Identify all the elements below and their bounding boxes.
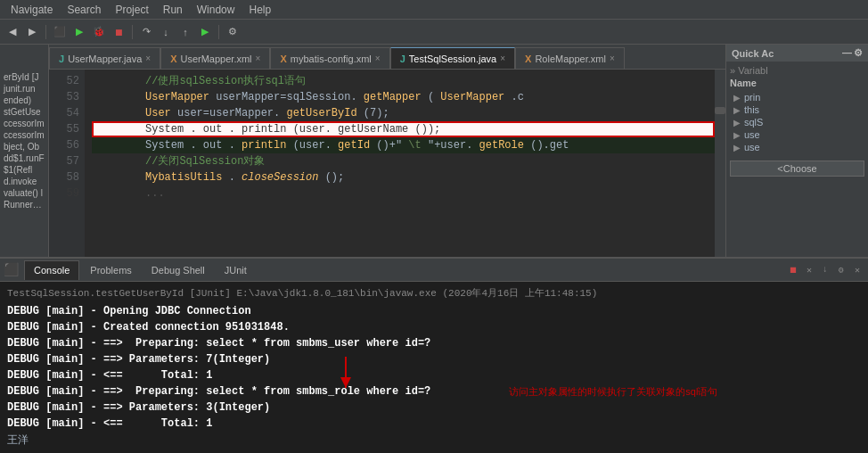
expand-arrow-icon: ▶ xyxy=(733,143,741,152)
toolbar: ◀ ▶ ⬛ ▶ 🐞 ⏹ ↷ ↓ ↑ ▶ ⚙ xyxy=(0,20,868,45)
code-line-58: MybatisUtils . closeSession (); xyxy=(92,169,715,185)
right-panel-header: Quick Ac — ⚙ xyxy=(726,45,868,62)
right-panel: Quick Ac — ⚙ » Variabl Name ▶ prin ▶ xyxy=(725,45,868,257)
console-line-7: DEBUG [main] - ==> Parameters: 3(Integer… xyxy=(7,399,861,416)
var-label: sqlS xyxy=(744,117,763,128)
tab-problems[interactable]: Problems xyxy=(81,260,140,280)
tab-usermapper-java[interactable]: J UserMapper.java × xyxy=(49,47,160,69)
main-content: erById [J junit.run ended) stGetUse cces… xyxy=(0,45,868,453)
stop-button[interactable]: ⏹ xyxy=(110,23,127,41)
console-line-3-wrapper: DEBUG [main] - ==> Preparing: select * f… xyxy=(7,335,861,351)
tab-usermapper-xml[interactable]: X UserMapper.xml × xyxy=(160,47,270,69)
resume-button[interactable]: ▶ xyxy=(196,23,214,41)
expand-arrow-icon: ▶ xyxy=(733,118,741,128)
sidebar-item[interactable]: ended) xyxy=(0,95,48,106)
right-panel-title: Quick Ac xyxy=(732,48,774,59)
sidebar-item[interactable]: $1(Refl xyxy=(0,164,48,176)
tab-mybatis-config[interactable]: X mybatis-config.xml × xyxy=(270,47,389,69)
code-line-53: UserMapper userMapper=sqlSession. getMap… xyxy=(92,89,715,105)
sidebar-item[interactable]: d.invoke xyxy=(0,176,48,187)
tab-debug-shell[interactable]: Debug Shell xyxy=(143,260,214,280)
code-content[interactable]: //使用sqlSession执行sql语句 UserMapper userMap… xyxy=(85,70,715,257)
var-item-4[interactable]: ▶ use xyxy=(730,128,864,141)
console-path: TestSqlSession.testGetUserById [JUnit] E… xyxy=(7,285,861,301)
tab-testsqlsession[interactable]: J TestSqlSession.java × xyxy=(390,47,515,69)
settings-button[interactable]: ⚙ xyxy=(224,23,242,41)
sidebar-item[interactable]: valuate() l xyxy=(0,187,48,199)
expand-arrow-icon: ▶ xyxy=(733,105,741,115)
code-line-dots: ... xyxy=(92,185,715,202)
code-line-57: //关闭SqlSession对象 xyxy=(92,153,715,169)
settings-icon[interactable]: ⚙ xyxy=(834,263,848,277)
console-area[interactable]: TestSqlSession.testGetUserById [JUnit] E… xyxy=(0,282,868,453)
var-item-5[interactable]: ▶ use xyxy=(730,141,864,153)
sidebar-item[interactable]: ccessorIm xyxy=(0,129,48,141)
close-icon[interactable]: × xyxy=(145,54,151,63)
stop-icon[interactable]: ⏹ xyxy=(786,263,800,277)
menu-window[interactable]: Window xyxy=(190,4,242,16)
var-label: use xyxy=(744,142,760,152)
console-line-8: DEBUG [main] - <== Total: 1 xyxy=(7,416,861,432)
menu-navigate[interactable]: Navigate xyxy=(4,4,60,16)
console-line-6-wrapper: DEBUG [main] - ==> Preparing: select * f… xyxy=(7,383,861,399)
debug-button[interactable]: 🐞 xyxy=(90,23,108,41)
var-item-2[interactable]: ▶ this xyxy=(730,103,864,116)
console-line-1: DEBUG [main] - Opening JDBC Connection xyxy=(7,303,861,319)
bottom-panel: ⬛ Console Problems Debug Shell JUnit ⏹ ✕… xyxy=(0,257,868,453)
code-line-56: System . out . println (user. getId ()+"… xyxy=(92,137,715,153)
clear-icon[interactable]: ✕ xyxy=(802,263,816,277)
menubar: Navigate Search Project Run Window Help xyxy=(0,0,868,20)
panel-controls: — ⚙ xyxy=(842,47,863,59)
step-over-button[interactable]: ↷ xyxy=(137,23,155,41)
annotation-arrow xyxy=(319,357,373,392)
close-icon[interactable]: × xyxy=(256,54,261,63)
expand-arrow-icon: ▶ xyxy=(733,93,741,103)
run-button[interactable]: ▶ xyxy=(70,23,88,41)
tab-console[interactable]: Console xyxy=(24,260,79,280)
console-line-3: DEBUG [main] - ==> Preparing: select * f… xyxy=(7,335,430,351)
sidebar-item[interactable]: junit.run xyxy=(0,83,48,95)
variables-label: Name xyxy=(730,78,864,88)
code-line-54: User user=userMapper. getUserById (7); xyxy=(92,105,715,121)
menu-help[interactable]: Help xyxy=(242,4,278,16)
var-label: prin xyxy=(744,92,760,103)
expand-arrow-icon: ▶ xyxy=(733,130,741,140)
var-item-3[interactable]: ▶ sqlS xyxy=(730,116,864,128)
scroll-track[interactable] xyxy=(715,70,725,257)
forward-button[interactable]: ▶ xyxy=(23,23,41,41)
sidebar-item[interactable]: bject, Ob xyxy=(0,141,48,152)
code-area: 52 53 54 55 56 57 58 59 //使用sqlS xyxy=(49,70,725,257)
menu-run[interactable]: Run xyxy=(156,4,190,16)
sidebar-item[interactable]: stGetUse xyxy=(0,106,48,118)
bottom-tabs: ⬛ Console Problems Debug Shell JUnit ⏹ ✕… xyxy=(0,259,868,282)
build-button[interactable]: ⬛ xyxy=(51,23,69,41)
step-into-button[interactable]: ↓ xyxy=(157,23,175,41)
close-icon[interactable]: × xyxy=(375,54,381,63)
code-line-55: System . out . println (user. getUserNam… xyxy=(92,121,715,137)
bottom-tab-icons: ⏹ ✕ ↓ ⚙ ✕ xyxy=(786,263,864,277)
sidebar-item[interactable]: dd$1.runF xyxy=(0,152,48,164)
tab-rolemapper-xml[interactable]: X RoleMapper.xml × xyxy=(515,47,625,69)
var-label: this xyxy=(744,104,759,115)
top-section: erById [J junit.run ended) stGetUse cces… xyxy=(0,45,868,257)
gear-icon[interactable]: ⚙ xyxy=(854,47,863,59)
sidebar-item[interactable]: erById [J xyxy=(0,71,48,83)
left-sidebar: erById [J junit.run ended) stGetUse cces… xyxy=(0,45,49,257)
choose-button[interactable]: <Choose xyxy=(730,161,864,177)
sidebar-item[interactable]: ccessorIm xyxy=(0,118,48,129)
variables-panel: » Variabl Name ▶ prin ▶ this ▶ sqlS xyxy=(726,62,868,157)
close-icon[interactable]: × xyxy=(500,54,505,63)
close-icon[interactable]: × xyxy=(610,54,615,63)
console-line-2: DEBUG [main] - Created connection 951031… xyxy=(7,319,861,335)
close-bottom-icon[interactable]: ✕ xyxy=(850,263,864,277)
sidebar-item[interactable]: Runner(Pa xyxy=(0,199,48,210)
minimize-icon[interactable]: — xyxy=(842,47,852,59)
var-item-1[interactable]: ▶ prin xyxy=(730,91,864,103)
menu-project[interactable]: Project xyxy=(108,4,155,16)
back-button[interactable]: ◀ xyxy=(4,23,21,41)
scroll-lock-icon[interactable]: ↓ xyxy=(818,263,832,277)
step-out-button[interactable]: ↑ xyxy=(176,23,194,41)
menu-search[interactable]: Search xyxy=(60,4,108,16)
tab-junit[interactable]: JUnit xyxy=(216,260,256,280)
var-label: use xyxy=(744,129,760,140)
